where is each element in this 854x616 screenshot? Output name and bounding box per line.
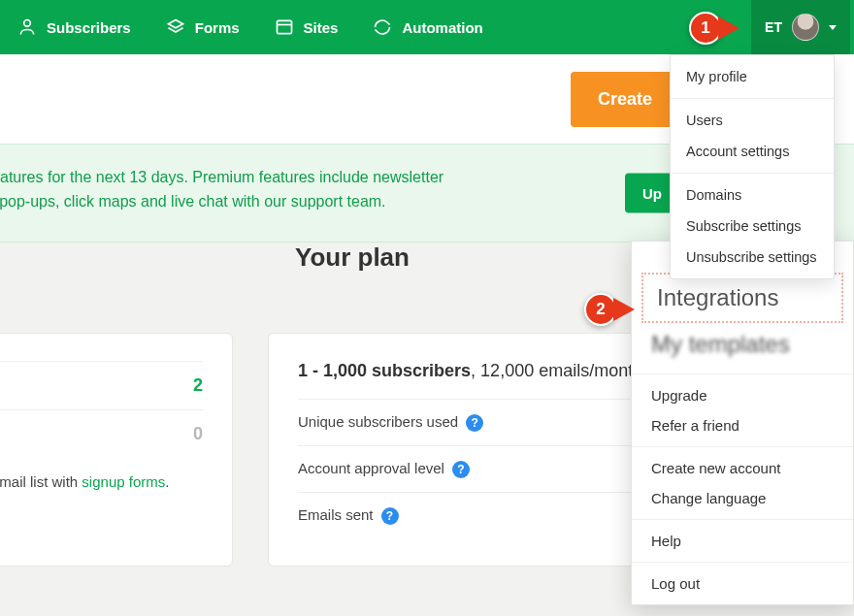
nav-label: Sites <box>304 19 339 36</box>
menu-my-profile[interactable]: My profile <box>671 61 834 92</box>
user-icon <box>17 17 37 37</box>
chevron-down-icon <box>829 25 837 30</box>
menu-integrations[interactable]: Integrations <box>641 273 843 323</box>
help-icon[interactable]: ? <box>381 507 399 525</box>
nav-sites[interactable]: Sites <box>257 17 356 37</box>
help-icon[interactable]: ? <box>452 461 470 478</box>
create-button[interactable]: Create <box>571 72 679 127</box>
refresh-icon <box>373 17 392 37</box>
menu-upgrade[interactable]: Upgrade <box>632 380 853 410</box>
layers-icon <box>166 17 185 37</box>
menu-subscribe-settings[interactable]: Subscribe settings <box>671 211 834 242</box>
menu-unsubscribe-settings[interactable]: Unsubscribe settings <box>671 242 834 273</box>
menu-my-templates[interactable]: My templates <box>632 329 853 368</box>
menu-users[interactable]: Users <box>671 105 834 136</box>
stat-value: 2 <box>193 375 203 396</box>
nav-label: Automation <box>402 19 482 36</box>
profile-dropdown: My profile Users Account settings Domain… <box>670 54 835 279</box>
nav-forms[interactable]: Forms <box>148 17 257 37</box>
callout-number: 1 <box>689 12 722 45</box>
annotation-callout-2: 2 <box>584 293 635 326</box>
svg-marker-1 <box>168 20 182 28</box>
profile-dropdown-extended: Integrations My templates Upgrade Refer … <box>631 241 854 605</box>
callout-number: 2 <box>584 293 617 326</box>
stats-card: 2 0 email list with signup forms. <box>0 333 233 567</box>
menu-domains[interactable]: Domains <box>671 179 834 211</box>
menu-create-account[interactable]: Create new account <box>632 453 853 483</box>
stat-row: 2 <box>0 361 203 409</box>
nav-label: Forms <box>195 19 240 36</box>
svg-rect-2 <box>277 20 291 33</box>
menu-refer-friend[interactable]: Refer a friend <box>632 410 853 440</box>
menu-log-out[interactable]: Log out <box>632 568 853 599</box>
stat-value: 0 <box>193 424 203 444</box>
menu-help[interactable]: Help <box>632 526 853 556</box>
menu-change-language[interactable]: Change language <box>632 483 853 513</box>
annotation-callout-1: 1 <box>689 12 739 45</box>
menu-account-settings[interactable]: Account settings <box>671 136 834 167</box>
signup-forms-link[interactable]: signup forms <box>82 473 165 490</box>
help-icon[interactable]: ? <box>466 414 483 432</box>
nav-automation[interactable]: Automation <box>355 17 500 37</box>
stat-row: 0 <box>0 409 203 458</box>
profile-menu-trigger[interactable]: ET <box>751 0 850 54</box>
window-icon <box>275 17 294 37</box>
nav-label: Subscribers <box>47 19 131 36</box>
banner-text: um features for the next 13 days. Premiu… <box>0 166 505 214</box>
signup-note: email list with signup forms. <box>0 458 203 490</box>
profile-initials: ET <box>765 19 782 35</box>
svg-point-0 <box>24 20 31 27</box>
nav-subscribers[interactable]: Subscribers <box>0 17 148 37</box>
avatar <box>792 14 819 41</box>
